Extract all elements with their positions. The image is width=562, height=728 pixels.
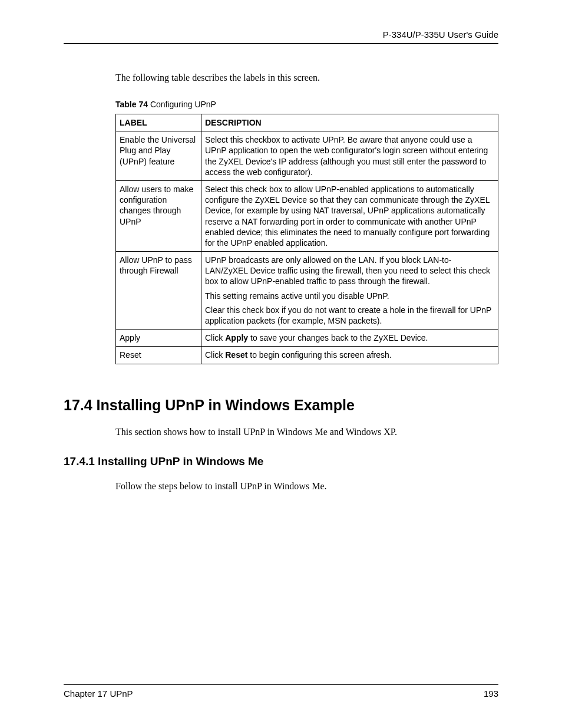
cell-label: Reset <box>116 347 201 364</box>
desc-bold: Reset <box>225 350 247 360</box>
table-row: Reset Click Reset to begin configuring t… <box>116 347 498 364</box>
footer-chapter: Chapter 17 UPnP <box>64 689 133 699</box>
cell-description: Select this check box to allow UPnP-enab… <box>201 180 498 251</box>
col-header-description: DESCRIPTION <box>201 114 498 131</box>
desc-paragraph: Select this check box to allow UPnP-enab… <box>205 184 494 248</box>
table-caption: Table 74 Configuring UPnP <box>115 100 498 109</box>
desc-pre: Click <box>205 333 225 342</box>
desc-post: to begin configuring this screen afresh. <box>247 350 391 360</box>
table-row: Allow users to make configuration change… <box>116 180 498 251</box>
cell-label: Enable the Universal Plug and Play (UPnP… <box>116 131 201 181</box>
section-body: This section shows how to install UPnP i… <box>115 427 498 437</box>
table-row: Enable the Universal Plug and Play (UPnP… <box>116 131 498 181</box>
desc-paragraph: Select this checkbox to activate UPnP. B… <box>205 134 494 177</box>
cell-description: Select this checkbox to activate UPnP. B… <box>201 131 498 181</box>
cell-label: Allow UPnP to pass through Firewall <box>116 252 201 330</box>
section-heading: 17.4 Installing UPnP in Windows Example <box>64 397 498 414</box>
cell-label: Allow users to make configuration change… <box>116 180 201 251</box>
footer-page-number: 193 <box>484 689 498 699</box>
col-header-label: LABEL <box>116 114 201 131</box>
table-row: Allow UPnP to pass through Firewall UPnP… <box>116 252 498 330</box>
running-header: P-334U/P-335U User's Guide <box>64 29 498 44</box>
desc-paragraph: This setting remains active until you di… <box>205 291 494 301</box>
intro-paragraph: The following table describes the labels… <box>115 73 498 83</box>
desc-bold: Apply <box>225 333 248 342</box>
desc-post: to save your changes back to the ZyXEL D… <box>248 333 428 342</box>
cell-description: Click Reset to begin configuring this sc… <box>201 347 498 364</box>
cell-description: UPnP broadcasts are only allowed on the … <box>201 252 498 330</box>
table-row: Apply Click Apply to save your changes b… <box>116 330 498 347</box>
upnp-table: LABEL DESCRIPTION Enable the Universal P… <box>115 114 498 364</box>
desc-paragraph: Clear this check box if you do not want … <box>205 305 494 326</box>
page-footer: Chapter 17 UPnP 193 <box>64 684 498 699</box>
desc-pre: Click <box>205 350 225 360</box>
cell-label: Apply <box>116 330 201 347</box>
cell-description: Click Apply to save your changes back to… <box>201 330 498 347</box>
table-caption-number: Table 74 <box>115 100 148 109</box>
desc-paragraph: UPnP broadcasts are only allowed on the … <box>205 255 494 287</box>
subsection-heading: 17.4.1 Installing UPnP in Windows Me <box>64 455 498 468</box>
subsection-body: Follow the steps below to install UPnP i… <box>115 481 498 492</box>
table-caption-title: Configuring UPnP <box>148 100 216 109</box>
